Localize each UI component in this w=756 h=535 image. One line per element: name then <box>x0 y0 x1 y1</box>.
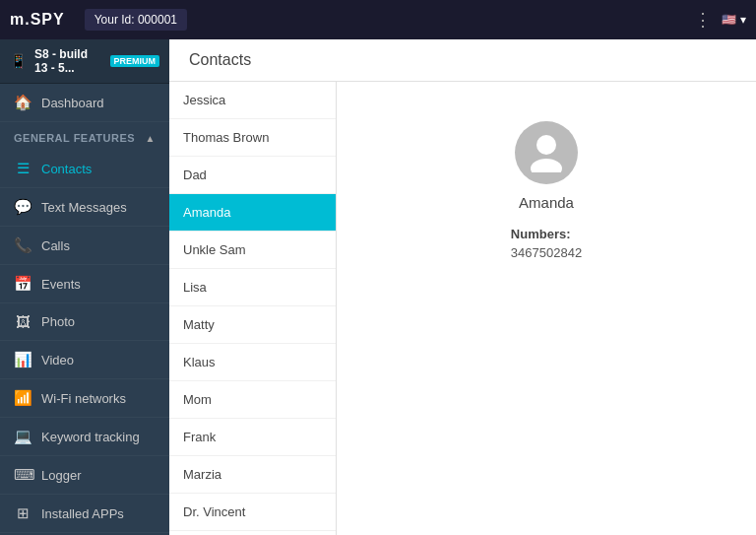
contact-list-item[interactable]: Thomas Brown <box>169 119 336 157</box>
content-area: Contacts JessicaThomas BrownDadAmandaUnk… <box>169 39 756 535</box>
sidebar-item-logger[interactable]: ⌨ Logger <box>0 456 169 495</box>
more-options-icon[interactable]: ⋮ <box>694 9 712 31</box>
contact-list-item[interactable]: Marzia <box>169 456 336 494</box>
page-header: Contacts <box>169 39 756 82</box>
events-icon: 📅 <box>14 275 32 293</box>
user-id: Your Id: 000001 <box>85 9 187 31</box>
logger-icon: ⌨ <box>14 466 32 484</box>
top-bar-right: ⋮ 🇺🇸 ▾ <box>694 9 746 31</box>
contact-list-item[interactable]: Frank <box>169 419 336 456</box>
photo-icon: 🖼 <box>14 313 32 330</box>
logo-m: m. <box>10 11 31 28</box>
video-label: Video <box>41 353 74 368</box>
contact-list-item[interactable]: Matty <box>169 306 336 344</box>
contact-list-item[interactable]: Lisa <box>169 269 336 306</box>
keyword-label: Keyword tracking <box>41 430 140 444</box>
device-bar: 📱 S8 - build 13 - 5... PREMIUM <box>0 39 169 84</box>
dashboard-label: Dashboard <box>41 96 104 110</box>
numbers-label: Numbers: <box>511 227 582 241</box>
svg-point-0 <box>536 135 556 155</box>
device-icon: 📱 <box>10 53 27 69</box>
photo-label: Photo <box>41 314 75 329</box>
sidebar-item-keyword[interactable]: 💻 Keyword tracking <box>0 418 169 456</box>
contact-list-item[interactable]: Klaus <box>169 344 336 381</box>
sidebar-item-dashboard[interactable]: 🏠 Dashboard <box>0 84 169 122</box>
general-features-section: GENERAL FEATURES ▲ <box>0 122 169 150</box>
calls-label: Calls <box>41 238 70 253</box>
sidebar-item-video[interactable]: 📊 Video <box>0 341 169 379</box>
text-messages-label: Text Messages <box>41 200 127 215</box>
contact-list-item[interactable]: Chris Monet <box>169 531 336 535</box>
contact-list: JessicaThomas BrownDadAmandaUnkle SamLis… <box>169 82 337 535</box>
apps-label: Installed APPs <box>41 506 124 521</box>
svg-point-1 <box>531 159 562 172</box>
phone-number: 3467502842 <box>511 245 582 260</box>
device-name: S8 - build 13 - 5... <box>34 47 102 75</box>
wifi-label: Wi-Fi networks <box>41 391 126 406</box>
contacts-icon: ☰ <box>14 160 32 177</box>
contact-list-item[interactable]: Jessica <box>169 82 336 119</box>
contact-list-item[interactable]: Unkle Sam <box>169 232 336 269</box>
sidebar: 📱 S8 - build 13 - 5... PREMIUM 🏠 Dashboa… <box>0 39 169 535</box>
contact-list-item[interactable]: Dr. Vincent <box>169 494 336 531</box>
sidebar-item-apps[interactable]: ⊞ Installed APPs <box>0 495 169 533</box>
sidebar-item-text-messages[interactable]: 💬 Text Messages <box>0 188 169 227</box>
avatar <box>515 121 578 184</box>
sidebar-item-photo[interactable]: 🖼 Photo <box>0 303 169 341</box>
contact-name: Amanda <box>519 194 574 211</box>
contact-detail: Amanda Numbers: 3467502842 <box>337 82 756 535</box>
sidebar-item-events[interactable]: 📅 Events <box>0 265 169 303</box>
calls-icon: 📞 <box>14 236 32 254</box>
sidebar-item-contacts[interactable]: ☰ Contacts <box>0 150 169 188</box>
home-icon: 🏠 <box>14 94 32 111</box>
logger-label: Logger <box>41 468 81 483</box>
contact-list-item[interactable]: Dad <box>169 157 336 194</box>
logo: m.SPY <box>10 11 65 29</box>
contact-list-item[interactable]: Mom <box>169 381 336 419</box>
contact-list-item[interactable]: Amanda <box>169 194 336 232</box>
premium-badge: PREMIUM <box>110 55 160 67</box>
apps-icon: ⊞ <box>14 504 32 522</box>
events-label: Events <box>41 277 81 292</box>
wifi-icon: 📶 <box>14 389 32 407</box>
flag-icon: 🇺🇸 <box>722 13 736 27</box>
flag-chevron-icon: ▾ <box>740 13 746 27</box>
logo-spy: SPY <box>31 11 65 28</box>
contacts-label: Contacts <box>41 162 92 176</box>
language-selector[interactable]: 🇺🇸 ▾ <box>722 13 746 27</box>
video-icon: 📊 <box>14 351 32 368</box>
general-features-chevron[interactable]: ▲ <box>146 133 156 144</box>
page-title: Contacts <box>189 51 251 68</box>
keyword-icon: 💻 <box>14 428 32 445</box>
sidebar-item-wifi[interactable]: 📶 Wi-Fi networks <box>0 379 169 418</box>
contacts-layout: JessicaThomas BrownDadAmandaUnkle SamLis… <box>169 82 756 535</box>
general-features-label: GENERAL FEATURES <box>14 132 135 144</box>
sidebar-item-calls[interactable]: 📞 Calls <box>0 227 169 265</box>
contact-numbers: Numbers: 3467502842 <box>511 227 582 260</box>
top-bar: m.SPY Your Id: 000001 ⋮ 🇺🇸 ▾ <box>0 0 756 39</box>
person-icon <box>529 133 564 172</box>
main-layout: 📱 S8 - build 13 - 5... PREMIUM 🏠 Dashboa… <box>0 39 756 535</box>
text-messages-icon: 💬 <box>14 198 32 216</box>
